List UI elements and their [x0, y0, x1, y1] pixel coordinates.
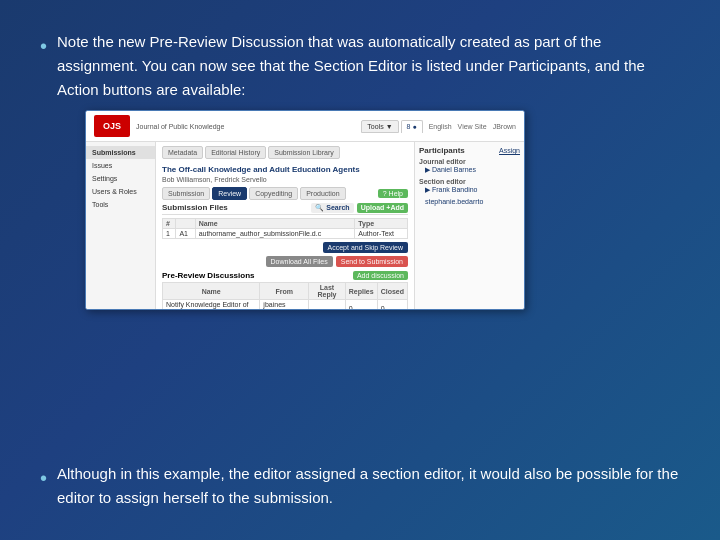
table-row: 1 A1 authorname_author_submissionFile.d.…	[163, 229, 408, 239]
sidebar-item-users-roles[interactable]: Users & Roles	[86, 185, 155, 198]
view-site-link[interactable]: View Site	[458, 123, 487, 130]
file-col-type: Type	[355, 219, 408, 229]
section-editor-name: ▶ Frank Bandino	[419, 186, 520, 194]
tools-tab[interactable]: Tools ▼	[361, 120, 398, 133]
section-editor-group: Section editor ▶ Frank Bandino	[419, 178, 520, 194]
bullet-text-1: Note the new Pre-Review Discussion that …	[57, 33, 645, 98]
bullet-text-2: Although in this example, the editor ass…	[57, 462, 680, 510]
sidebar-item-settings[interactable]: Settings	[86, 172, 155, 185]
discussion-col-closed: Closed	[377, 283, 407, 300]
ojs-nav-tabs: Tools ▼ 8 ●	[361, 120, 422, 133]
ojs-metadata-tabs: Metadata Editorial History Submission Li…	[162, 146, 340, 159]
sidebar-item-issues[interactable]: Issues	[86, 159, 155, 172]
discussion-col-name: Name	[163, 283, 260, 300]
discussion-col-from: From	[260, 283, 309, 300]
bullet-item-2: • Although in this example, the editor a…	[40, 462, 680, 510]
user-link[interactable]: JBrown	[493, 123, 516, 130]
ojs-header-bar: OJS Journal of Public Knowledge Tools ▼ …	[86, 111, 524, 142]
participant-3-name: stephanie.bedarrto	[419, 198, 520, 205]
language-link[interactable]: English	[429, 123, 452, 130]
participants-title: Participants	[419, 146, 465, 155]
ojs-logo: OJS	[94, 115, 130, 137]
bullet-dot-1: •	[40, 32, 47, 60]
stage-tab-production[interactable]: Production	[300, 187, 345, 200]
file-col-name: Name	[195, 219, 355, 229]
journal-name-label: Journal of Public Knowledge	[136, 123, 351, 130]
sidebar-item-submissions[interactable]: Submissions	[86, 146, 155, 159]
stage-tab-copyediting[interactable]: Copyediting	[249, 187, 298, 200]
article-title: The Off-call Knowledge and Adult Educati…	[162, 165, 408, 174]
table-row: Notify Knowledge Editor of Assignment jb…	[163, 300, 408, 311]
top-links: English View Site JBrown	[429, 123, 516, 130]
submission-files-header: Submission Files 🔍 Search Upload +Add	[162, 203, 408, 215]
discussion-table: Name From Last Reply Replies Closed Noti…	[162, 282, 408, 310]
discussion-col-replies: Replies	[345, 283, 377, 300]
slide-container: • Note the new Pre-Review Discussion tha…	[10, 10, 710, 530]
bullet-section-top: • Note the new Pre-Review Discussion tha…	[40, 30, 680, 318]
tab-metadata[interactable]: Metadata	[162, 146, 203, 159]
discussion-section-header: Pre-Review Discussions Add discussion	[162, 271, 408, 280]
accept-skip-button[interactable]: Accept and Skip Review	[323, 242, 408, 253]
add-discussion-button[interactable]: Add discussion	[353, 271, 408, 280]
participants-header: Participants Assign	[419, 146, 520, 155]
file-col-num: #	[163, 219, 176, 229]
journal-editor-role-label: Journal editor	[419, 158, 520, 165]
stage-tab-submission[interactable]: Submission	[162, 187, 210, 200]
tab-submission-library[interactable]: Submission Library	[268, 146, 340, 159]
discussion-section: Pre-Review Discussions Add discussion Na…	[162, 271, 408, 310]
journal-editor-name: ▶ Daniel Barnes	[419, 166, 520, 174]
tab-editorial-history[interactable]: Editorial History	[205, 146, 266, 159]
bullet-item-1: • Note the new Pre-Review Discussion tha…	[40, 30, 680, 318]
bullet-dot-2: •	[40, 464, 47, 492]
action-buttons: Accept and Skip Review	[162, 242, 408, 253]
journal-editor-group: Journal editor ▶ Daniel Barnes	[419, 158, 520, 174]
active-tab[interactable]: 8 ●	[401, 120, 423, 133]
upload-button[interactable]: Upload +Add	[357, 203, 408, 213]
file-col-id	[176, 219, 195, 229]
ojs-sidebar: Submissions Issues Settings Users & Role…	[86, 142, 156, 310]
ojs-main-content: Metadata Editorial History Submission Li…	[156, 142, 414, 310]
section-editor-role-label: Section editor	[419, 178, 520, 185]
discussion-title: Pre-Review Discussions	[162, 271, 254, 280]
send-to-review-button[interactable]: Send to Submission	[336, 256, 408, 267]
search-button[interactable]: 🔍 Search	[311, 203, 353, 213]
sidebar-item-tools[interactable]: Tools	[86, 198, 155, 211]
assign-button[interactable]: Assign	[499, 147, 520, 154]
discussion-col-reply: Last Reply	[309, 283, 346, 300]
participants-panel: Participants Assign Journal editor ▶ Dan…	[414, 142, 524, 310]
ojs-body: Submissions Issues Settings Users & Role…	[86, 142, 524, 310]
download-all-button[interactable]: Download All Files	[266, 256, 333, 267]
files-table: # Name Type 1 A1 authorname_author_submi…	[162, 218, 408, 239]
help-button[interactable]: ? Help	[378, 189, 408, 198]
stage-tab-review[interactable]: Review	[212, 187, 247, 200]
ojs-screenshot: OJS Journal of Public Knowledge Tools ▼ …	[85, 110, 525, 310]
article-author: Bob Williamson, Fredrick Servello	[162, 176, 408, 183]
